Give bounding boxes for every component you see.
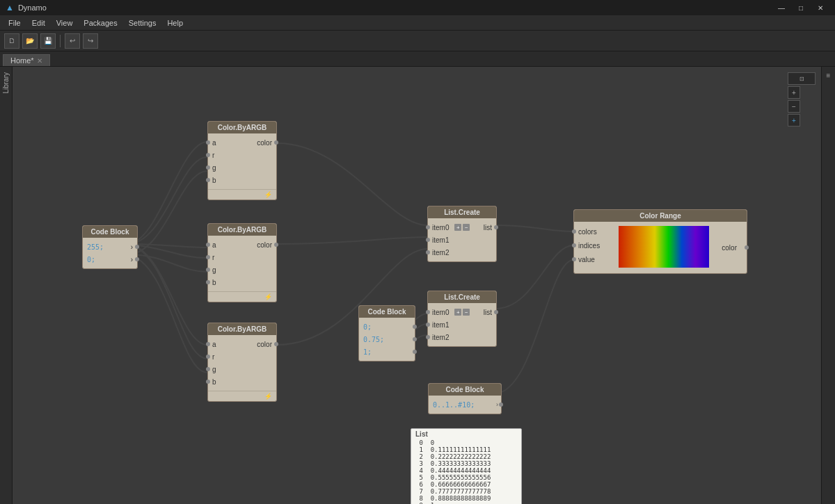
- menu-help[interactable]: Help: [161, 17, 189, 29]
- argb2-b-port[interactable]: [206, 280, 210, 284]
- cb1-row-2: 0; ›: [83, 253, 137, 266]
- argb1-a-port[interactable]: [206, 140, 210, 145]
- cr-colors-port[interactable]: [572, 229, 576, 234]
- cr-indices-port[interactable]: [572, 243, 576, 247]
- list-create-2-node: List.Create item0 + − list item1: [427, 291, 497, 347]
- code-block-3-node: Code Block 0..1..#10; ›: [428, 383, 502, 414]
- svg-rect-0: [619, 226, 709, 268]
- cb2-output-3-port[interactable]: [413, 350, 417, 354]
- argb1-color-port[interactable]: [274, 140, 278, 145]
- argb1-r-port[interactable]: [206, 153, 210, 157]
- code-block-2-node: Code Block 0; 0.75; 1;: [358, 305, 415, 361]
- lc1-item1-port[interactable]: [426, 238, 430, 242]
- new-button[interactable]: 🗋: [4, 33, 19, 49]
- lc1-item2-port[interactable]: [426, 250, 430, 254]
- cb1-output-1-port[interactable]: [135, 245, 139, 249]
- lc1-item0: item0 + − list: [428, 221, 496, 234]
- argb3-footer: ⚡: [208, 391, 276, 401]
- color-range-header: Color Range: [574, 210, 747, 222]
- app-icon: ▲: [6, 3, 14, 13]
- argb1-port-r: r: [208, 149, 276, 161]
- menu-edit[interactable]: Edit: [26, 17, 51, 29]
- canvas[interactable]: Code Block 255; › 0; ›: [13, 67, 821, 504]
- menu-packages[interactable]: Packages: [78, 17, 122, 29]
- app-title: Dynamo: [18, 3, 772, 12]
- color-gradient-display: [619, 226, 709, 268]
- argb2-a-port[interactable]: [206, 243, 210, 247]
- rp-btn-1[interactable]: ≡: [823, 70, 834, 81]
- preview-box: List 0 0 1 0.11111111111111 2 0.22222222…: [411, 428, 522, 504]
- argb1-port-b: b: [208, 174, 276, 186]
- lc2-add-button[interactable]: +: [454, 309, 461, 316]
- argb2-r-port[interactable]: [206, 255, 210, 259]
- nav-zoom-out-button[interactable]: −: [788, 100, 800, 113]
- argb2-color-port[interactable]: [274, 243, 278, 247]
- cb2-output-1-port[interactable]: [413, 325, 417, 329]
- lc2-item0: item0 + − list: [428, 306, 496, 318]
- cr-value-row: value: [574, 252, 616, 266]
- lc1-list-port[interactable]: [494, 225, 498, 229]
- argb2-port-r: r: [208, 251, 276, 263]
- menu-file[interactable]: File: [3, 17, 26, 29]
- cb1-row-1: 255; ›: [83, 241, 137, 253]
- home-tab[interactable]: Home* ✕: [3, 54, 50, 66]
- argb3-b-port[interactable]: [206, 380, 210, 384]
- cr-indices-row: indices: [574, 238, 616, 252]
- argb2-port-g: g: [208, 263, 276, 276]
- lc2-remove-button[interactable]: −: [463, 309, 470, 316]
- cb1-output-2-port[interactable]: [135, 257, 139, 261]
- nav-zoom-in-button[interactable]: +: [788, 86, 800, 99]
- lc2-item1-port[interactable]: [426, 323, 430, 327]
- lc2-item0-port[interactable]: [426, 310, 430, 314]
- cb2-row-1: 0;: [359, 320, 415, 333]
- argb3-a-port[interactable]: [206, 342, 210, 346]
- argb3-g-port[interactable]: [206, 367, 210, 371]
- cb3-output-port[interactable]: [499, 403, 503, 407]
- lc2-list-port[interactable]: [494, 310, 498, 314]
- argb1-g-port[interactable]: [206, 165, 210, 170]
- maximize-button[interactable]: □: [792, 0, 810, 15]
- menu-settings[interactable]: Settings: [123, 17, 162, 29]
- lc1-remove-button[interactable]: −: [463, 224, 470, 231]
- toolbar: 🗋 📂 💾 ↩ ↪: [0, 31, 835, 51]
- code-block-2-header: Code Block: [359, 306, 415, 318]
- tab-label: Home*: [10, 56, 34, 65]
- code-block-1-header: Code Block: [83, 226, 137, 238]
- argb3-r-port[interactable]: [206, 355, 210, 359]
- minimize-button[interactable]: —: [772, 0, 790, 15]
- argb1-b-port[interactable]: [206, 178, 210, 182]
- preview-item-5: 5 0.55555555555556: [415, 474, 517, 481]
- argb3-port-r: r: [208, 350, 276, 363]
- argb3-port-b: b: [208, 375, 276, 388]
- nav-home-button[interactable]: +: [788, 114, 800, 127]
- cb2-output-2-port[interactable]: [413, 337, 417, 341]
- main-area: Library: [0, 67, 835, 504]
- close-button[interactable]: ✕: [811, 0, 829, 15]
- cr-value-port[interactable]: [572, 257, 576, 261]
- color-byargb-1-header: Color.ByARGB: [208, 122, 276, 133]
- save-button[interactable]: 💾: [40, 33, 56, 49]
- lc1-add-button[interactable]: +: [454, 224, 461, 231]
- argb2-footer: ⚡: [208, 291, 276, 302]
- nav-fit-button[interactable]: ⊡: [788, 72, 816, 85]
- preview-item-4: 4 0.44444444444444: [415, 467, 517, 474]
- preview-item-6: 6 0.66666666666667: [415, 481, 517, 488]
- lc1-item0-port[interactable]: [426, 225, 430, 229]
- preview-title: List: [411, 429, 521, 439]
- lc2-item2-port[interactable]: [426, 335, 430, 339]
- open-button[interactable]: 📂: [22, 33, 38, 49]
- argb2-g-port[interactable]: [206, 268, 210, 272]
- lc1-item1: item1: [428, 234, 496, 246]
- tab-close-button[interactable]: ✕: [37, 57, 42, 65]
- argb1-port-a: a color: [208, 136, 276, 149]
- argb3-color-port[interactable]: [274, 342, 278, 346]
- preview-item-7: 7 0.77777777777778: [415, 488, 517, 495]
- cr-color-out-port[interactable]: [745, 245, 749, 250]
- menu-view[interactable]: View: [51, 17, 79, 29]
- color-byargb-1-node: Color.ByARGB a color r g: [207, 121, 277, 200]
- toolbar-separator: [60, 35, 61, 47]
- redo-button[interactable]: ↪: [83, 33, 98, 49]
- code-block-1-node: Code Block 255; › 0; ›: [82, 225, 138, 269]
- undo-button[interactable]: ↩: [65, 33, 80, 49]
- lc2-item1: item1: [428, 318, 496, 331]
